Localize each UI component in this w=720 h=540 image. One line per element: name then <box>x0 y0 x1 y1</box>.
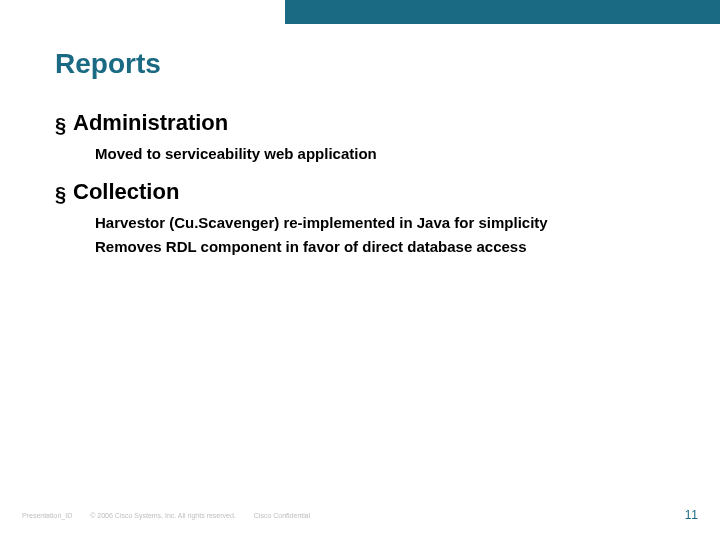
section-heading-row: § Administration <box>55 110 680 136</box>
section-heading: Collection <box>73 179 179 205</box>
section-body-line: Removes RDL component in favor of direct… <box>95 235 680 258</box>
bullet-icon: § <box>55 184 73 204</box>
bullet-icon: § <box>55 115 73 135</box>
slide-title: Reports <box>55 48 161 80</box>
section-heading: Administration <box>73 110 228 136</box>
footer-copyright: © 2006 Cisco Systems, Inc. All rights re… <box>90 512 236 519</box>
footer-confidential: Cisco Confidential <box>254 512 310 519</box>
slide-content: § Administration Moved to serviceability… <box>55 110 680 272</box>
section-administration: § Administration Moved to serviceability… <box>55 110 680 165</box>
footer-page-number: 11 <box>685 508 698 522</box>
slide: Reports § Administration Moved to servic… <box>0 0 720 540</box>
footer-presentation-id: Presentation_ID <box>22 512 72 519</box>
section-heading-row: § Collection <box>55 179 680 205</box>
section-body-line: Harvestor (Cu.Scavenger) re-implemented … <box>95 211 680 234</box>
section-body-line: Moved to serviceability web application <box>95 142 680 165</box>
section-collection: § Collection Harvestor (Cu.Scavenger) re… <box>55 179 680 258</box>
slide-footer: Presentation_ID © 2006 Cisco Systems, In… <box>22 508 698 522</box>
